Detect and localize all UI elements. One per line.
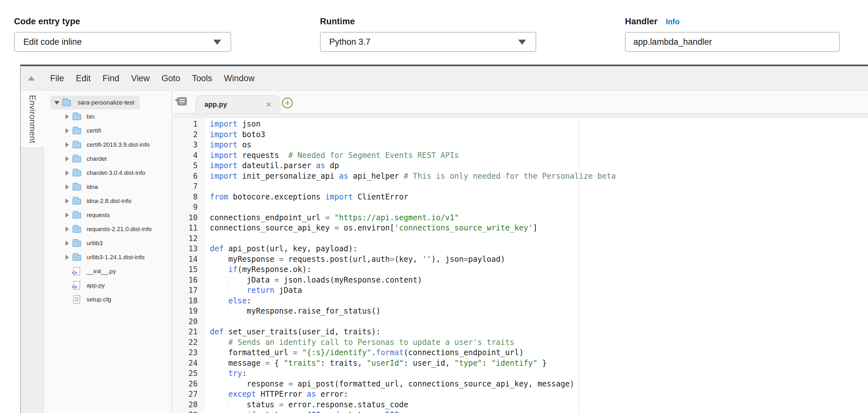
line-number: 12: [173, 233, 198, 244]
tree-file-row[interactable]: __init__.py: [44, 264, 172, 278]
tree-folder-row[interactable]: requests-2.21.0.dist-info: [44, 222, 172, 236]
code-editor-area[interactable]: 1234567891011121314151617181920212223242…: [173, 118, 868, 413]
line-number: 22: [173, 337, 198, 348]
editor-menu: FileEditFindViewGotoToolsWindow: [50, 66, 254, 90]
code-entry-type-label: Code entry type: [14, 17, 231, 27]
menu-item-goto[interactable]: Goto: [162, 73, 180, 83]
line-number: 1: [173, 119, 198, 129]
line-number: 2: [173, 129, 198, 140]
collapsed-arrow-icon: [65, 227, 69, 232]
menu-item-window[interactable]: Window: [224, 73, 254, 83]
code-line: import boto3: [210, 129, 868, 140]
folder-icon: [62, 100, 71, 106]
tree-folder-row[interactable]: urllib3-1.24.1.dist-info: [44, 250, 172, 264]
runtime-label: Runtime: [320, 17, 536, 27]
code-line: from botocore.exceptions import ClientEr…: [210, 192, 868, 202]
line-number: 25: [173, 368, 198, 379]
collapsed-arrow-icon: [65, 241, 69, 246]
tree-folder-label: idna-2.8.dist-info: [87, 198, 131, 205]
line-number: 24: [173, 358, 198, 368]
code-line: [210, 202, 868, 213]
folder-icon: [72, 170, 81, 176]
code-content: import jsonimport boto3import osimport r…: [210, 119, 868, 413]
tree-folder-row[interactable]: chardet-3.0.4.dist-info: [44, 166, 172, 180]
code-line: connections_source_api_key = os.environ[…: [210, 223, 868, 233]
code-line: def api_post(url, key, payload):: [210, 243, 868, 254]
code-line: import init_personalize_api as api_helpe…: [210, 171, 868, 182]
line-number: 9: [173, 202, 198, 213]
chevron-down-icon: [213, 40, 221, 45]
code-line: # Sends an identify call to Personas to …: [210, 337, 868, 348]
line-number: 18: [173, 296, 198, 306]
tree-root-row[interactable]: sara-personalize-test: [44, 95, 172, 110]
tree-folder-label: idna: [87, 183, 98, 190]
folder-icon: [72, 227, 81, 233]
collapsed-arrow-icon: [65, 255, 69, 260]
tree-file-row[interactable]: setup.cfg: [44, 293, 172, 306]
close-tab-icon[interactable]: ×: [266, 100, 272, 109]
tree-root-label: sara-personalize-test: [78, 99, 134, 106]
tree-folder-row[interactable]: certifi-2019.3.9.dist-info: [44, 138, 172, 152]
code-line: message = { "traits": traits, "userId": …: [210, 358, 868, 368]
tree-folder-row[interactable]: bin: [44, 110, 172, 124]
line-number: 27: [173, 389, 198, 400]
folder-icon: [72, 142, 81, 148]
folder-icon: [72, 156, 81, 163]
menu-item-find[interactable]: Find: [102, 73, 119, 83]
line-number: 20: [173, 317, 198, 327]
tree-folder-label: urllib3-1.24.1.dist-info: [87, 254, 145, 261]
runtime-field: Runtime Python 3.7: [320, 17, 536, 27]
code-line: [210, 317, 868, 327]
code-line: myResponse = requests.post(url,auth=(key…: [210, 254, 868, 265]
collapsed-arrow-icon: [65, 170, 69, 176]
tree-folder-row[interactable]: urllib3: [44, 236, 172, 250]
code-line: formatted_url = "{:s}/identify".format(c…: [210, 348, 868, 358]
collapsed-arrow-icon: [65, 156, 69, 161]
python-file-icon: [73, 267, 80, 275]
collapse-editor-icon[interactable]: [28, 76, 35, 81]
sidebar-tab-environment[interactable]: Environment: [21, 91, 44, 148]
tree-file-row[interactable]: app.py: [44, 278, 172, 293]
file-tree-panel: sara-personalize-testbincertificertifi-2…: [44, 91, 172, 413]
tab-list-icon[interactable]: [177, 97, 187, 106]
code-line: import json: [210, 119, 868, 129]
line-number: 6: [173, 171, 198, 182]
new-tab-icon[interactable]: +: [282, 97, 293, 108]
environment-tab-label: Environment: [28, 95, 37, 143]
line-number: 8: [173, 192, 198, 202]
python-file-icon: [73, 281, 80, 290]
collapsed-arrow-icon: [65, 128, 69, 133]
code-entry-type-select[interactable]: Edit code inline: [14, 32, 231, 52]
line-number-gutter: 1234567891011121314151617181920212223242…: [173, 119, 198, 413]
line-number: 26: [173, 379, 198, 389]
line-number: 13: [173, 243, 198, 254]
tree-folder-label: chardet-3.0.4.dist-info: [87, 170, 145, 176]
menu-item-view[interactable]: View: [131, 73, 150, 83]
code-line: [210, 181, 868, 192]
editor-menubar: FileEditFindViewGotoToolsWindow: [21, 66, 868, 91]
code-line: import os: [210, 140, 868, 150]
tree-folder-row[interactable]: requests: [44, 208, 172, 222]
tree-folder-row[interactable]: idna: [44, 180, 172, 194]
tree-folder-label: bin: [87, 113, 95, 120]
collapsed-arrow-icon: [65, 114, 69, 119]
tree-file-label: setup.cfg: [87, 296, 111, 303]
cloud9-editor-frame: FileEditFindViewGotoToolsWindow Environm…: [20, 65, 868, 413]
menu-item-edit[interactable]: Edit: [76, 73, 91, 83]
folder-icon: [72, 255, 81, 261]
tree-folder-row[interactable]: chardet: [44, 152, 172, 166]
collapsed-arrow-icon: [65, 199, 69, 204]
menu-item-tools[interactable]: Tools: [192, 73, 212, 83]
code-line: [210, 233, 868, 244]
tab-label: app.py: [205, 100, 227, 109]
tab-app-py[interactable]: app.py ×: [195, 95, 280, 113]
line-number: 19: [173, 306, 198, 317]
handler-info-link[interactable]: Info: [666, 18, 680, 26]
tree-folder-row[interactable]: certifi: [44, 124, 172, 138]
menu-item-file[interactable]: File: [50, 73, 64, 83]
runtime-select[interactable]: Python 3.7: [320, 32, 536, 52]
handler-input[interactable]: [625, 32, 840, 52]
tree-file-label: __init__.py: [87, 268, 116, 275]
tabbar-base-band: [173, 113, 868, 118]
tree-folder-row[interactable]: idna-2.8.dist-info: [44, 194, 172, 208]
